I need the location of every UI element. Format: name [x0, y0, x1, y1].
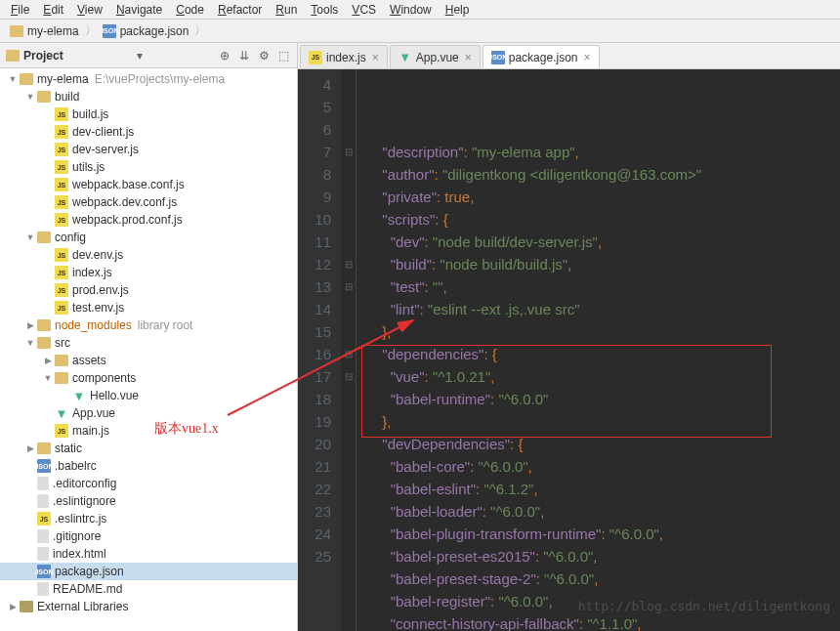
expand-icon[interactable]: ▶	[25, 320, 35, 330]
code-line[interactable]: "babel-preset-stage-2": "^6.0.0",	[374, 568, 840, 590]
fold-marker[interactable]	[341, 500, 356, 523]
fold-marker[interactable]	[341, 433, 356, 455]
collapse-icon[interactable]: ▼	[8, 74, 18, 84]
code-line[interactable]: "babel-core": "^6.0.0",	[374, 455, 840, 478]
fold-marker[interactable]: ⊟	[341, 141, 356, 163]
fold-marker[interactable]: ⊟	[341, 365, 356, 388]
tree-node[interactable]: JSprod.env.js	[0, 281, 297, 299]
tree-node[interactable]: ▶node_moduleslibrary root	[0, 316, 297, 334]
tree-node[interactable]: JSONpackage.json	[0, 563, 297, 580]
fold-marker[interactable]	[341, 410, 356, 433]
tree-node[interactable]: index.html	[0, 545, 297, 563]
editor[interactable]: 45678910111213141516171819202122232425 ⊟…	[298, 69, 840, 631]
tree-node[interactable]: JSmain.js	[0, 422, 297, 440]
tree-node[interactable]: ▶static	[0, 440, 297, 457]
fold-marker[interactable]	[341, 298, 356, 320]
hide-icon[interactable]: ⬚	[275, 48, 291, 63]
fold-marker[interactable]: ⊟	[341, 253, 356, 275]
code-line[interactable]: "dependencies": {	[374, 343, 840, 365]
code-line[interactable]: "connect-history-api-fallback": "^1.1.0"…	[374, 612, 840, 631]
editor-tab[interactable]: JSindex.js×	[300, 45, 388, 68]
tree-node[interactable]: ▼App.vue	[0, 404, 297, 422]
tree-node[interactable]: ▼config	[0, 229, 297, 246]
code-line[interactable]: "scripts": {	[374, 208, 840, 231]
tree-node[interactable]: JSdev-client.js	[0, 123, 297, 141]
tree-node[interactable]: JS.eslintrc.js	[0, 510, 297, 527]
fold-marker[interactable]	[341, 455, 356, 478]
menu-item-code[interactable]: Code	[169, 3, 211, 17]
fold-marker[interactable]	[341, 545, 356, 568]
fold-marker[interactable]	[341, 118, 356, 141]
tree-node[interactable]: ▼Hello.vue	[0, 387, 297, 404]
menu-item-help[interactable]: Help	[439, 3, 477, 17]
code-line[interactable]: "devDependencies": {	[374, 433, 840, 455]
tree-node[interactable]: JSwebpack.base.conf.js	[0, 176, 297, 193]
tree-node[interactable]: JSutils.js	[0, 158, 297, 176]
tree-node[interactable]: JSindex.js	[0, 264, 297, 281]
tree-node[interactable]: .eslintignore	[0, 492, 297, 510]
menu-item-refactor[interactable]: Refactor	[211, 3, 269, 17]
expand-icon[interactable]: ▶	[43, 356, 53, 365]
tree-node[interactable]: JSON.babelrc	[0, 457, 297, 475]
editor-tab[interactable]: ▼App.vue×	[390, 45, 481, 68]
code-line[interactable]: "babel-runtime": "^6.0.0"	[374, 388, 840, 410]
code-line[interactable]: "test": "",	[374, 275, 840, 298]
fold-marker[interactable]	[341, 73, 356, 96]
menu-item-edit[interactable]: Edit	[36, 3, 70, 17]
menu-item-navigate[interactable]: Navigate	[109, 3, 169, 17]
fold-marker[interactable]	[341, 478, 356, 500]
fold-marker[interactable]: ⊟	[341, 275, 356, 298]
breadcrumb-root[interactable]: my-elema	[6, 24, 83, 38]
tree-node[interactable]: ▶External Libraries	[0, 598, 297, 615]
tree-node[interactable]: ▼components	[0, 369, 297, 387]
tree-node[interactable]: ▶assets	[0, 352, 297, 369]
code-line[interactable]: "vue": "^1.0.21",	[374, 365, 840, 388]
collapse-icon[interactable]: ▼	[25, 92, 35, 102]
code-line[interactable]: },	[374, 320, 840, 343]
expand-icon[interactable]: ▶	[25, 443, 35, 453]
breadcrumb-file[interactable]: JSON package.json	[99, 24, 193, 38]
fold-marker[interactable]	[341, 523, 356, 545]
code-line[interactable]: "babel-preset-es2015": "^6.0.0",	[374, 545, 840, 568]
fold-marker[interactable]: ⊟	[341, 343, 356, 365]
code-line[interactable]: "author": "diligentkong <diligentkong@16…	[374, 163, 840, 186]
code-line[interactable]: "lint": "eslint --ext .js,.vue src"	[374, 298, 840, 320]
fold-marker[interactable]	[341, 388, 356, 410]
code-content[interactable]: "description": "my-elema app", "author":…	[357, 69, 840, 631]
tree-node[interactable]: README.md	[0, 580, 297, 598]
project-tree[interactable]: ▼my-elemaE:\vueProjects\my-elema▼buildJS…	[0, 68, 297, 631]
tree-node[interactable]: ▼my-elemaE:\vueProjects\my-elema	[0, 70, 297, 88]
fold-marker[interactable]	[341, 186, 356, 208]
code-line[interactable]: "babel-plugin-transform-runtime": "^6.0.…	[374, 523, 840, 545]
close-icon[interactable]: ×	[583, 51, 590, 64]
tree-node[interactable]: JSdev.env.js	[0, 246, 297, 264]
tree-node[interactable]: JSwebpack.prod.conf.js	[0, 211, 297, 229]
menu-item-view[interactable]: View	[70, 3, 109, 17]
fold-marker[interactable]	[341, 96, 356, 118]
collapse-icon[interactable]: ▼	[25, 232, 35, 242]
fold-marker[interactable]	[341, 231, 356, 253]
tree-node[interactable]: JSbuild.js	[0, 105, 297, 123]
code-line[interactable]: "build": "node build/build.js",	[374, 253, 840, 275]
scroll-from-source-icon[interactable]: ⊕	[217, 48, 232, 63]
tree-node[interactable]: .editorconfig	[0, 475, 297, 492]
tree-node[interactable]: .gitignore	[0, 527, 297, 545]
menu-item-vcs[interactable]: VCS	[345, 3, 383, 17]
menu-item-tools[interactable]: Tools	[304, 3, 345, 17]
fold-marker[interactable]	[341, 320, 356, 343]
expand-icon[interactable]: ▶	[8, 602, 18, 611]
menu-item-file[interactable]: File	[4, 3, 36, 17]
dropdown-icon[interactable]: ▾	[137, 49, 143, 63]
collapse-icon[interactable]: ▼	[43, 373, 53, 383]
gear-icon[interactable]: ⚙	[256, 48, 272, 63]
code-line[interactable]: },	[374, 410, 840, 433]
code-line[interactable]: "babel-loader": "^6.0.0",	[374, 500, 840, 523]
menu-item-window[interactable]: Window	[383, 3, 439, 17]
code-line[interactable]: "description": "my-elema app",	[374, 141, 840, 163]
code-line[interactable]: "babel-eslint": "^6.1.2",	[374, 478, 840, 500]
tree-node[interactable]: ▼src	[0, 334, 297, 352]
code-line[interactable]: "private": true,	[374, 186, 840, 208]
code-line[interactable]: "babel-register": "^6.0.0",	[374, 590, 840, 612]
close-icon[interactable]: ×	[372, 51, 379, 64]
close-icon[interactable]: ×	[465, 51, 472, 64]
